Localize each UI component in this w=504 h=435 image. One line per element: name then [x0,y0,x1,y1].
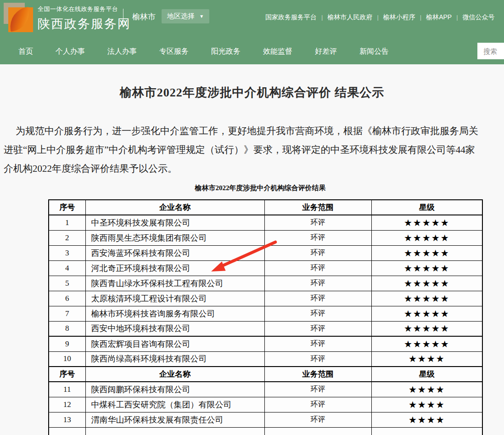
company-name: 中圣环境科技发展有限公司 [85,215,264,230]
business-scope: 环评 [264,397,371,412]
nav-item-home[interactable]: 首页 [18,47,33,56]
company-name: 西安中地环境科技有限公司 [85,321,264,336]
empty-cell [371,427,482,435]
table-row: 11陕西阔鹏环保科技有限公司环评★★★★ [49,382,482,397]
current-city-label: 榆林市 [132,11,156,22]
row-number: 11 [49,382,85,397]
company-name: 中煤科工西安研究院（集团）有限公司 [85,397,264,412]
business-scope: 环评 [264,260,371,276]
row-number: 4 [49,260,85,276]
empty-cell [85,427,264,435]
column-header: 业务范围 [264,367,371,382]
business-scope: 环评 [264,230,371,245]
star-rating: ★★★★ [371,382,482,397]
star-rating: ★★★★★ [371,321,482,336]
star-rating: ★★★★★ [371,291,482,306]
top-links: 国家政务服务平台 | 榆林市人民政府 | 榆林小程序 | 榆林APP | 微信公… [265,13,504,22]
link-wechat-official[interactable]: 微信公众号 [463,13,495,22]
link-separator: | [420,14,421,21]
paragraph-line: 为规范中介服务行为，进一步强化中介监管工作，更好地提升我市营商环境，根据《榆林市… [4,122,504,141]
business-scope: 环评 [264,412,371,427]
business-scope: 环评 [264,291,371,306]
nav-item-efficiency[interactable]: 效能监督 [263,47,292,56]
star-rating: ★★★★★ [371,260,482,276]
link-yulin-miniprogram[interactable]: 榆林小程序 [383,13,415,22]
link-separator: | [456,14,458,21]
site-logo[interactable] [4,3,33,32]
row-number: 10 [49,351,85,367]
region-selector-button[interactable]: 地区选择 ▼ [162,9,209,23]
table-row: 3西安海蓝环保科技有限公司环评★★★★★ [49,245,482,260]
table-row: 9陕西宏辉项目咨询有限公司环评★★★★★ [49,336,482,351]
star-rating: ★★★★ [371,397,482,412]
table-row: 1中圣环境科技发展有限公司环评★★★★★ [49,215,482,230]
company-name: 陕西尚绿高科环境科技有限公司 [85,351,264,367]
company-name: 太原核清环境工程设计有限公司 [85,291,264,306]
main-nav: 首页 个人办事 法人办事 专区服务 阳光政务 效能监督 好差评 新闻公告 [0,39,504,64]
link-national-platform[interactable]: 国家政务服务平台 [265,13,317,22]
search-input[interactable] [477,43,504,59]
business-scope: 环评 [264,351,371,367]
paragraph-line: 进驻“网上中介服务超市”中介机构考评管理规定（试行）》要求，现将评定的中圣环境科… [4,141,504,159]
table-row: 5陕西青山绿水环保科技工程有限公司环评★★★★★ [49,276,482,291]
results-table: 序号企业名称业务范围星级1中圣环境科技发展有限公司环评★★★★★2陕西雨昊生态环… [48,199,483,435]
nav-item-rating[interactable]: 好差评 [315,47,337,56]
table-row: 7榆林市环境科技咨询服务有限公司环评★★★★★ [49,306,482,321]
star-rating: ★★★★★ [371,230,482,245]
results-table-body: 序号企业名称业务范围星级1中圣环境科技发展有限公司环评★★★★★2陕西雨昊生态环… [49,200,482,435]
star-rating: ★★★★ [371,351,482,367]
row-number: 7 [49,306,85,321]
company-name: 河北奇正环境科技有限公司 [85,260,264,276]
top-header: 全国一体化在线政务服务平台 陕西政务服务网 榆林市 地区选择 ▼ 国家政务服务平… [0,0,504,39]
column-header: 企业名称 [85,200,264,215]
business-scope: 环评 [264,245,371,260]
business-scope: 环评 [264,215,371,230]
link-yulin-government[interactable]: 榆林市人民政府 [327,13,372,22]
table-row: 4河北奇正环境科技有限公司环评★★★★★ [49,260,482,276]
table-row: 13渭南华山环保科技发展有限责任公司环评★★★★ [49,412,482,427]
platform-label: 全国一体化在线政务服务平台 [38,5,131,13]
table-row: 12中煤科工西安研究院（集团）有限公司环评★★★★ [49,397,482,412]
column-header: 序号 [49,367,85,382]
link-yulin-app[interactable]: 榆林APP [426,13,452,22]
company-name: 西安海蓝环保科技有限公司 [85,245,264,260]
table-row: 10陕西尚绿高科环境科技有限公司环评★★★★ [49,351,482,367]
row-number: 5 [49,276,85,291]
table-row: 2陕西雨昊生态环境集团有限公司环评★★★★★ [49,230,482,245]
site-name: 陕西政务服务网 [38,16,131,32]
table-row: 6太原核清环境工程设计有限公司环评★★★★★ [49,291,482,306]
paragraph-line: 介机构2022年度综合评价结果予以公示。 [4,159,504,178]
nav-item-zone-services[interactable]: 专区服务 [159,47,189,56]
row-number: 9 [49,336,85,351]
table-row-partial [49,427,482,435]
row-number: 8 [49,321,85,336]
company-name: 陕西青山绿水环保科技工程有限公司 [85,276,264,291]
notice-paragraph: 为规范中介服务行为，进一步强化中介监管工作，更好地提升我市营商环境，根据《榆林市… [0,122,504,178]
table-header-row: 序号企业名称业务范围星级 [49,200,482,215]
company-name: 陕西雨昊生态环境集团有限公司 [85,230,264,245]
column-header: 企业名称 [85,367,264,382]
nav-item-news[interactable]: 新闻公告 [359,47,389,56]
row-number: 6 [49,291,85,306]
star-rating: ★★★★★ [371,306,482,321]
link-separator: | [321,14,323,21]
region-selector-label: 地区选择 [167,12,195,20]
star-rating: ★★★★★ [371,245,482,260]
column-header: 序号 [49,200,85,215]
star-rating: ★★★★★ [371,336,482,351]
row-number: 12 [49,397,85,412]
empty-cell [49,427,85,435]
column-header: 业务范围 [264,200,371,215]
business-scope: 环评 [264,336,371,351]
star-rating: ★★★★★ [371,215,482,230]
header-divider [123,9,123,23]
nav-item-legal-person[interactable]: 法人办事 [107,47,137,56]
nav-item-open-government[interactable]: 阳光政务 [211,47,241,56]
empty-cell [264,427,371,435]
nav-item-personal[interactable]: 个人办事 [56,47,85,56]
company-name: 渭南华山环保科技发展有限责任公司 [85,412,264,427]
table-header-row: 序号企业名称业务范围星级 [49,367,482,382]
business-scope: 环评 [264,382,371,397]
company-name: 榆林市环境科技咨询服务有限公司 [85,306,264,321]
link-separator: | [377,14,378,21]
